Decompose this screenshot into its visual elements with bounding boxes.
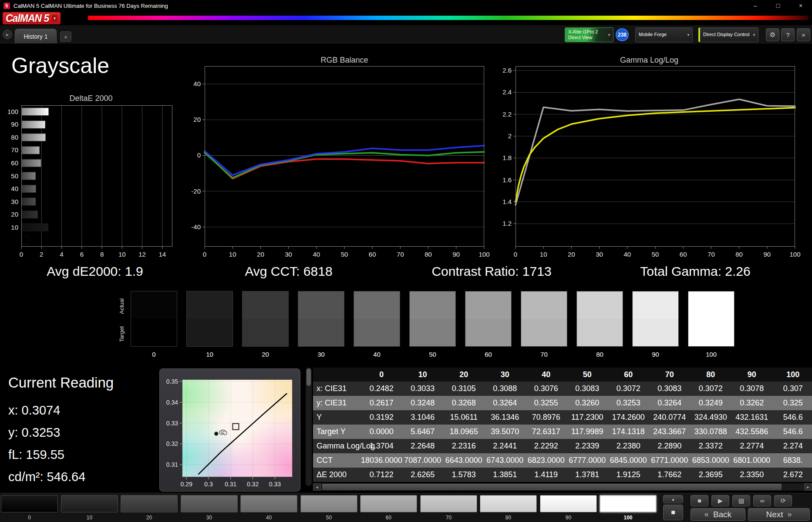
svg-text:2.2: 2.2	[502, 110, 512, 118]
svg-text:70: 70	[397, 251, 404, 258]
table-cell: 324.4930	[690, 413, 731, 422]
calman-logo: CalMAN 5	[6, 13, 49, 24]
level-50-button[interactable]	[300, 495, 357, 512]
tab-history-1[interactable]: History 1	[15, 29, 57, 44]
level-10-button[interactable]	[61, 495, 118, 512]
table-vertical-scrollbar[interactable]	[306, 368, 312, 486]
table-cell: 2.2890	[649, 442, 691, 451]
add-tab-button[interactable]: +	[60, 31, 71, 42]
table-cell: 0.3255	[526, 398, 567, 408]
collapse-up-button[interactable]: ▲	[663, 495, 683, 503]
table-cell: 2.2316	[443, 442, 485, 451]
svg-text:30: 30	[11, 198, 18, 205]
grayscale-patch-80	[576, 291, 623, 347]
measurement-table: 0102030405060708090100x: CIE310.24820.30…	[313, 368, 812, 482]
level-20-button[interactable]	[121, 495, 178, 512]
table-cell: 432.1631	[731, 413, 773, 422]
chevron-down-icon[interactable]: ▾	[52, 15, 57, 22]
scroll-left-icon[interactable]: ◄	[313, 483, 321, 491]
svg-text:0: 0	[203, 251, 206, 258]
meter-status-badge: 238	[616, 28, 629, 41]
table-cell: 0.3072	[608, 384, 649, 393]
back-label: Back	[713, 510, 731, 519]
table-cell: 15.0611	[443, 413, 485, 422]
table-horizontal-scrollbar[interactable]: ◄ ►	[313, 483, 812, 491]
level-70-button[interactable]	[420, 495, 477, 512]
table-row-label: y: CIE31	[313, 398, 361, 408]
close-button[interactable]: ×	[789, 0, 812, 11]
page-title: Grayscale	[11, 53, 109, 78]
level-0-button[interactable]	[1, 495, 58, 512]
minimize-button[interactable]: –	[744, 0, 767, 11]
svg-text:10: 10	[229, 251, 236, 258]
svg-text:40: 40	[11, 185, 18, 192]
stop-button[interactable]: ■	[691, 495, 708, 506]
table-cell: 6801.0000	[731, 456, 773, 465]
grayscale-patch-0	[131, 291, 177, 347]
table-cell: 2.3372	[690, 442, 731, 451]
svg-text:8: 8	[100, 251, 104, 258]
scrollbar-thumb[interactable]	[322, 484, 782, 490]
help-icon[interactable]: ?	[781, 28, 795, 41]
grayscale-patch-70	[521, 291, 567, 347]
close-icon[interactable]: ×	[797, 28, 810, 41]
level-100-button[interactable]	[600, 495, 657, 512]
tab-scroll-button[interactable]: ▸	[3, 30, 12, 39]
table-row[interactable]: x: CIE310.24820.30330.31050.30880.30760.…	[313, 381, 812, 396]
level-80-button[interactable]	[480, 495, 537, 512]
grayscale-patch-50	[409, 291, 456, 347]
svg-text:0.33: 0.33	[269, 481, 281, 488]
svg-text:0: 0	[20, 251, 23, 258]
table-cell: 6853.0000	[690, 456, 731, 465]
pattern-window-button[interactable]: ■	[663, 505, 683, 520]
calman-logo-menu[interactable]: CalMAN 5 ▾	[3, 12, 61, 24]
patch-level-label: 20	[242, 351, 289, 358]
gear-icon[interactable]: ⚙	[766, 28, 779, 41]
pattern-button[interactable]: ▤	[732, 495, 750, 506]
level-30-button[interactable]	[181, 495, 238, 512]
window-title: CalMAN 5 CalMAN Ultimate for Business 76…	[13, 3, 168, 9]
refresh-button[interactable]: ⟳	[774, 495, 792, 506]
svg-text:40: 40	[623, 251, 631, 258]
table-row[interactable]: Y0.31923.104615.061136.134670.8976117.23…	[313, 410, 812, 425]
table-row[interactable]: y: CIE310.26170.32480.32680.32640.32550.…	[313, 396, 812, 410]
reading-fl: fL: 159.55	[8, 448, 64, 462]
table-cell: 6845.0000	[608, 456, 649, 465]
continuous-button[interactable]: ∞	[753, 495, 771, 506]
svg-text:80: 80	[11, 134, 18, 141]
patch-level-label: 70	[521, 351, 567, 358]
table-cell: 546.6	[772, 427, 812, 436]
table-cell: 1.3781	[567, 470, 608, 479]
table-row[interactable]: Target Y0.00005.646718.096539.507072.631…	[313, 425, 812, 439]
table-cell: 6743.0000	[485, 456, 526, 465]
table-cell: 6823.0000	[526, 456, 567, 465]
meter-dropdown[interactable]: X-Rite i1Pro 2 Direct View ▼	[565, 27, 613, 42]
scrollbar-track[interactable]	[321, 483, 804, 491]
level-60-button[interactable]	[360, 495, 417, 512]
next-label: Next	[766, 510, 783, 519]
maximize-button[interactable]: □	[767, 0, 789, 11]
svg-text:100: 100	[7, 108, 18, 115]
svg-text:60: 60	[11, 159, 18, 167]
source-dropdown[interactable]: Mobile Forge ▼	[635, 27, 693, 42]
table-row[interactable]: ΔE 20000.71222.62651.57831.38511.41191.3…	[313, 468, 812, 482]
table-cell: 0.3253	[608, 398, 649, 408]
deltae-chart-title: DeltaE 2000	[69, 94, 112, 103]
chevron-down-icon: ▼	[605, 33, 613, 37]
gamma-chart: 2.62.42.221.81.61.41.2010203040506070809…	[516, 66, 795, 247]
table-row-label: Y	[313, 413, 361, 422]
play-button[interactable]: ▶	[711, 495, 729, 506]
table-cell: 5.6467	[402, 427, 444, 436]
back-arrow-icon: «	[704, 510, 709, 519]
scrollbar-thumb[interactable]	[307, 368, 311, 386]
level-label: 60	[360, 515, 417, 521]
table-row[interactable]: CCT18036.00007087.00006643.00006743.0000…	[313, 453, 812, 468]
svg-text:10: 10	[540, 251, 547, 258]
display-control-dropdown[interactable]: Direct Display Control ▼	[698, 27, 758, 42]
back-button[interactable]: « Back	[691, 508, 745, 521]
level-90-button[interactable]	[540, 495, 597, 512]
level-40-button[interactable]	[240, 495, 297, 512]
table-row[interactable]: Gamma Log/Log1.37042.26482.23162.24412.2…	[313, 439, 812, 453]
scroll-right-icon[interactable]: ►	[804, 483, 812, 491]
next-button[interactable]: Next »	[748, 508, 810, 521]
